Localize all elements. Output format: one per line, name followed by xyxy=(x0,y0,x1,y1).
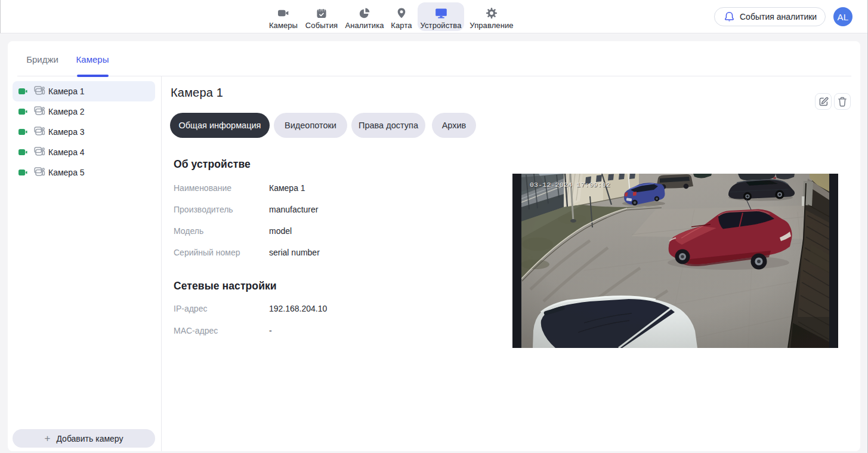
svg-text:03-12-2024 17:09:02: 03-12-2024 17:09:02 xyxy=(530,181,610,189)
